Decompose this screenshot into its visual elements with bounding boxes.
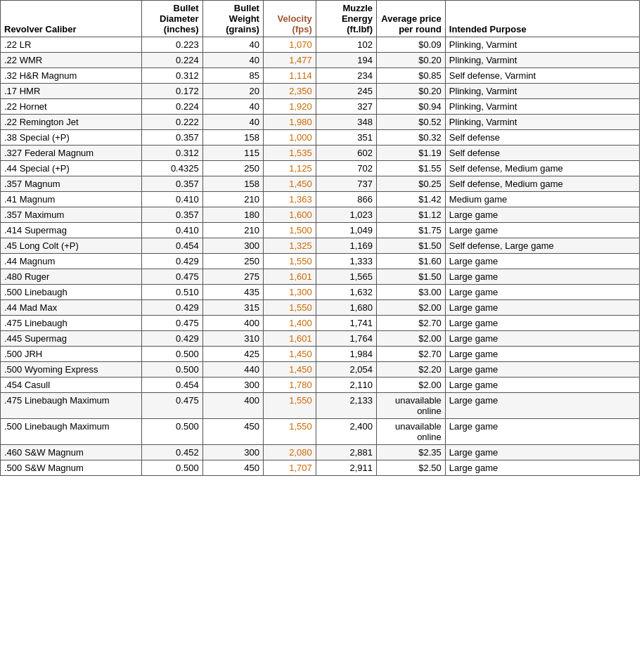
table-row: .500 S&W Magnum0.5004501,7072,911$2.50La…	[1, 460, 640, 476]
cell-caliber: .480 Ruger	[1, 269, 142, 285]
cell-price: $0.20	[377, 84, 446, 99]
cell-velocity: 1,450	[263, 347, 316, 362]
cell-caliber: .414 Supermag	[1, 223, 142, 238]
table-row: .357 Maximum0.3571801,6001,023$1.12Large…	[1, 207, 640, 223]
cell-caliber: .44 Special (+P)	[1, 161, 142, 176]
cell-price: $2.00	[377, 300, 446, 316]
cell-purpose: Self defense, Varmint	[445, 68, 639, 84]
cell-caliber: .327 Federal Magnum	[1, 146, 142, 161]
cell-price: $1.50	[377, 269, 446, 285]
cell-energy: 1,741	[316, 316, 376, 331]
table-row: .22 Hornet0.224401,920327$0.94Plinking, …	[1, 99, 640, 115]
cell-caliber: .500 Linebaugh Maximum	[1, 419, 142, 445]
cell-weight: 158	[202, 176, 263, 192]
table-row: .475 Linebaugh Maximum0.4754001,5502,133…	[1, 393, 640, 419]
cell-diameter: 0.454	[142, 238, 202, 254]
table-row: .357 Magnum0.3571581,450737$0.25Self def…	[1, 176, 640, 192]
cell-price: $0.32	[377, 130, 446, 146]
cell-purpose: Large game	[445, 331, 639, 347]
cell-diameter: 0.172	[142, 84, 202, 99]
cell-diameter: 0.454	[142, 378, 202, 393]
cell-velocity: 1,980	[263, 115, 316, 130]
cell-caliber: .22 Remington Jet	[1, 115, 142, 130]
cell-energy: 737	[316, 176, 376, 192]
cell-energy: 1,764	[316, 331, 376, 347]
cell-energy: 245	[316, 84, 376, 99]
cell-velocity: 1,920	[263, 99, 316, 115]
cell-purpose: Self defense	[445, 146, 639, 161]
table-row: .22 Remington Jet0.222401,980348$0.52Pli…	[1, 115, 640, 130]
cell-purpose: Large game	[445, 223, 639, 238]
cell-caliber: .32 H&R Magnum	[1, 68, 142, 84]
cell-purpose: Large game	[445, 207, 639, 223]
cell-diameter: 0.500	[142, 347, 202, 362]
cell-weight: 310	[202, 331, 263, 347]
cell-purpose: Self defense	[445, 130, 639, 146]
cell-purpose: Large game	[445, 460, 639, 476]
cell-diameter: 0.410	[142, 223, 202, 238]
cell-price: $2.20	[377, 362, 446, 378]
cell-weight: 400	[202, 316, 263, 331]
cell-purpose: Self defense, Large game	[445, 238, 639, 254]
cell-energy: 1,023	[316, 207, 376, 223]
cell-price: $3.00	[377, 285, 446, 300]
table-row: .44 Magnum0.4292501,5501,333$1.60Large g…	[1, 254, 640, 269]
cell-energy: 702	[316, 161, 376, 176]
cell-caliber: .45 Long Colt (+P)	[1, 238, 142, 254]
cell-weight: 180	[202, 207, 263, 223]
cell-velocity: 1,780	[263, 378, 316, 393]
cell-energy: 348	[316, 115, 376, 130]
cell-diameter: 0.429	[142, 300, 202, 316]
table-row: .22 LR0.223401,070102$0.09Plinking, Varm…	[1, 37, 640, 53]
cell-purpose: Self defense, Medium game	[445, 161, 639, 176]
cell-energy: 194	[316, 53, 376, 68]
cell-velocity: 1,601	[263, 331, 316, 347]
cell-weight: 300	[202, 445, 263, 460]
cell-diameter: 0.357	[142, 207, 202, 223]
cell-purpose: Large game	[445, 393, 639, 419]
cell-purpose: Large game	[445, 285, 639, 300]
header-energy: Muzzle Energy (ft.lbf)	[316, 1, 376, 37]
cell-weight: 435	[202, 285, 263, 300]
header-diameter: Bullet Diameter (inches)	[142, 1, 202, 37]
cell-weight: 450	[202, 460, 263, 476]
cell-energy: 351	[316, 130, 376, 146]
cell-weight: 20	[202, 84, 263, 99]
cell-purpose: Plinking, Varmint	[445, 115, 639, 130]
cell-velocity: 1,550	[263, 419, 316, 445]
cell-diameter: 0.312	[142, 68, 202, 84]
cell-energy: 2,054	[316, 362, 376, 378]
header-velocity: Velocity (fps)	[263, 1, 316, 37]
cell-diameter: 0.500	[142, 362, 202, 378]
cell-weight: 300	[202, 238, 263, 254]
cell-energy: 327	[316, 99, 376, 115]
cell-caliber: .41 Magnum	[1, 192, 142, 207]
table-row: .44 Mad Max0.4293151,5501,680$2.00Large …	[1, 300, 640, 316]
cell-energy: 1,049	[316, 223, 376, 238]
table-row: .445 Supermag0.4293101,6011,764$2.00Larg…	[1, 331, 640, 347]
cell-velocity: 2,350	[263, 84, 316, 99]
cell-caliber: .475 Linebaugh Maximum	[1, 393, 142, 419]
cell-price: $0.20	[377, 53, 446, 68]
cell-price: $2.35	[377, 445, 446, 460]
cell-price: $1.12	[377, 207, 446, 223]
cell-energy: 1,632	[316, 285, 376, 300]
header-caliber: Revolver Caliber	[1, 1, 142, 37]
table-row: .45 Long Colt (+P)0.4543001,3251,169$1.5…	[1, 238, 640, 254]
cell-price: $1.75	[377, 223, 446, 238]
cell-purpose: Large game	[445, 254, 639, 269]
cell-weight: 115	[202, 146, 263, 161]
cell-caliber: .17 HMR	[1, 84, 142, 99]
cell-diameter: 0.500	[142, 419, 202, 445]
cell-purpose: Large game	[445, 347, 639, 362]
cell-purpose: Plinking, Varmint	[445, 53, 639, 68]
cell-weight: 40	[202, 99, 263, 115]
cell-energy: 2,400	[316, 419, 376, 445]
cell-weight: 450	[202, 419, 263, 445]
table-row: .414 Supermag0.4102101,5001,049$1.75Larg…	[1, 223, 640, 238]
cell-energy: 1,680	[316, 300, 376, 316]
cell-energy: 602	[316, 146, 376, 161]
cell-velocity: 1,550	[263, 393, 316, 419]
table-row: .500 Linebaugh0.5104351,3001,632$3.00Lar…	[1, 285, 640, 300]
cell-caliber: .22 Hornet	[1, 99, 142, 115]
